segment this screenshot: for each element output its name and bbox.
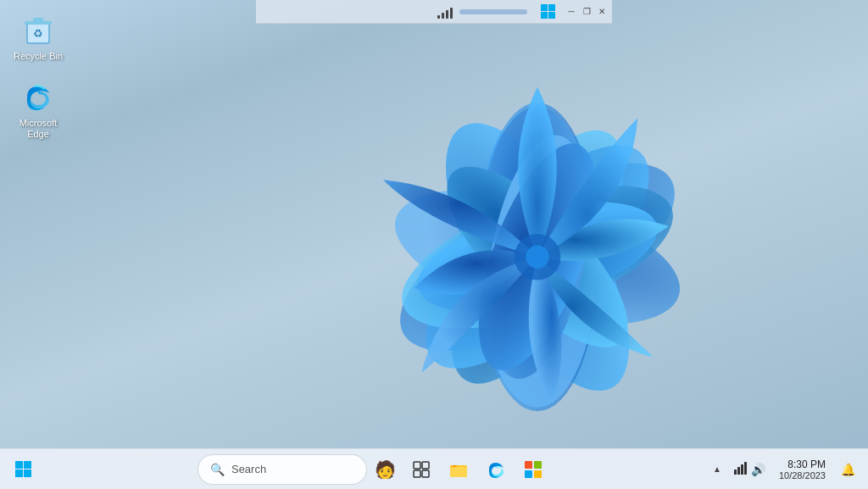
svg-rect-18 <box>541 4 548 11</box>
tray-icons-group[interactable]: 🔊 <box>729 458 771 481</box>
svg-rect-34 <box>525 470 532 478</box>
task-view-button[interactable] <box>404 453 438 486</box>
svg-rect-32 <box>525 461 532 469</box>
taskbar: 🔍 Search 🧑 <box>0 448 868 489</box>
clock-time: 8:30 PM <box>787 458 826 470</box>
svg-rect-26 <box>414 462 420 469</box>
chevron-icon: ▲ <box>713 464 721 474</box>
svg-rect-25 <box>24 470 31 477</box>
microsoft-edge-icon[interactable]: Microsoft Edge <box>8 75 68 145</box>
taskbar-center: 🔍 Search 🧑 <box>47 453 700 486</box>
search-icon: 🔍 <box>210 463 225 476</box>
svg-rect-24 <box>15 470 23 477</box>
avatar-emoji: 🧑 <box>375 459 396 480</box>
windows-logo-icon <box>15 461 32 478</box>
network-icon <box>734 461 748 477</box>
system-tray: ▲ 🔊 8:30 PM 10/28/202 <box>707 453 861 486</box>
edge-label: Microsoft Edge <box>12 118 64 140</box>
search-bar[interactable]: 🔍 Search <box>198 454 367 485</box>
svg-rect-39 <box>744 462 747 475</box>
svg-rect-21 <box>548 12 555 19</box>
titlebar-windows-logo <box>541 4 556 19</box>
svg-rect-37 <box>737 467 740 475</box>
notification-icon: 🔔 <box>841 463 855 476</box>
svg-rect-23 <box>24 461 31 469</box>
taskbar-avatar[interactable]: 🧑 <box>370 454 401 485</box>
svg-rect-22 <box>15 461 23 469</box>
taskbar-left <box>7 453 41 486</box>
desktop-icons-area: ♻ Recycle Bin <box>8 8 68 146</box>
recycle-bin-image: ♻ <box>21 14 55 47</box>
svg-rect-33 <box>534 461 542 469</box>
wallpaper-flower <box>275 25 800 458</box>
restore-button[interactable]: ❐ <box>580 5 593 19</box>
edge-image <box>21 81 55 114</box>
svg-rect-29 <box>422 470 429 477</box>
top-titlebar: ─ ❐ ✕ <box>256 0 612 24</box>
svg-rect-28 <box>414 470 420 477</box>
desktop: ♻ Recycle Bin <box>0 0 868 489</box>
svg-rect-35 <box>534 470 542 478</box>
svg-rect-38 <box>741 464 743 475</box>
minimize-button[interactable]: ─ <box>565 5 578 19</box>
volume-icon: 🔊 <box>751 463 765 476</box>
close-button[interactable]: ✕ <box>595 5 609 19</box>
svg-point-13 <box>526 246 548 269</box>
svg-text:♻: ♻ <box>33 27 43 40</box>
notification-button[interactable]: 🔔 <box>834 453 861 486</box>
file-explorer-icon <box>449 461 468 478</box>
svg-rect-27 <box>422 462 429 469</box>
file-explorer-button[interactable] <box>442 453 476 486</box>
signal-icon <box>437 5 453 19</box>
clock-button[interactable]: 8:30 PM 10/28/2023 <box>772 457 832 482</box>
svg-rect-20 <box>541 12 548 19</box>
recycle-bin-label: Recycle Bin <box>14 51 63 62</box>
svg-rect-36 <box>734 470 737 475</box>
edge-taskbar-button[interactable] <box>479 453 513 486</box>
svg-rect-19 <box>548 4 555 11</box>
clock-date: 10/28/2023 <box>779 470 826 481</box>
microsoft-store-icon <box>524 460 542 479</box>
svg-rect-31 <box>450 467 467 477</box>
recycle-bin-icon[interactable]: ♻ Recycle Bin <box>8 8 68 67</box>
search-label: Search <box>231 463 266 475</box>
show-hidden-icons-button[interactable]: ▲ <box>707 453 727 486</box>
svg-rect-16 <box>33 18 43 22</box>
titlebar-progress <box>459 9 527 14</box>
edge-taskbar-icon <box>487 460 505 479</box>
task-view-icon <box>413 461 430 478</box>
start-button[interactable] <box>7 453 41 486</box>
microsoft-store-button[interactable] <box>516 453 550 486</box>
